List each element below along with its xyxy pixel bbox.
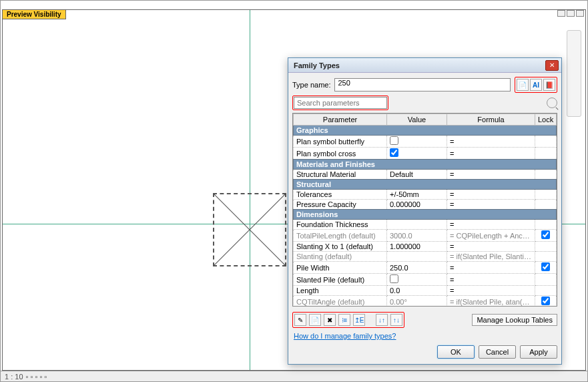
panel-controls (557, 10, 584, 17)
apply-button[interactable]: Apply (520, 345, 557, 359)
section-materials-and-finishes[interactable]: Materials and Finishes (294, 160, 557, 170)
table-row[interactable]: Slanted Pile (default)= (294, 274, 557, 286)
table-row[interactable]: Plan symbol butterfly= (294, 136, 557, 148)
ok-button[interactable]: OK (437, 345, 475, 359)
help-link[interactable]: How do I manage family types? (292, 331, 557, 343)
status-icons[interactable]: ▫ ▫ ▫ ▫ ▫ (26, 373, 47, 381)
section-structural[interactable]: Structural (294, 180, 557, 190)
navigation-bar[interactable] (567, 30, 581, 117)
type-buttons-group: 📄 AI 📕 (515, 77, 557, 93)
new-type-icon[interactable]: 📄 (517, 79, 529, 91)
move-up-icon[interactable]: ↥E (353, 314, 365, 326)
parameter-toolbar: ✎ 📄 ✖ ⁝≡ ↥E ↓↑ ↑↓ (292, 312, 404, 328)
table-row[interactable]: Foundation Thickness= (294, 220, 557, 230)
table-row[interactable]: Tolerances+/-50mm= (294, 190, 557, 200)
panel-min-icon[interactable] (557, 10, 565, 17)
panel-max-icon[interactable] (567, 10, 575, 17)
type-name-label: Type name: (292, 81, 330, 89)
rename-type-icon[interactable]: AI (530, 79, 542, 91)
col-value[interactable]: Value (387, 114, 447, 126)
search-icon[interactable] (547, 98, 557, 108)
type-name-dropdown[interactable]: 250 (334, 78, 511, 91)
family-types-dialog: Family Types ✕ Type name: 250 📄 AI 📕 Par… (288, 57, 562, 365)
table-row[interactable]: Pressure Capacity0.000000= (294, 200, 557, 210)
table-row[interactable]: Structural MaterialDefault= (294, 170, 557, 180)
sort-desc-icon[interactable]: ↑↓ (390, 314, 402, 326)
delete-type-icon[interactable]: 📕 (543, 79, 555, 91)
close-icon[interactable]: ✕ (545, 60, 559, 71)
delete-param-icon[interactable]: ✖ (324, 314, 336, 326)
manage-lookup-button[interactable]: Manage Lookup Tables (472, 314, 557, 326)
col-lock[interactable]: Lock (535, 114, 557, 126)
table-row[interactable]: Length0.0= (294, 286, 557, 296)
edit-icon[interactable]: ✎ (294, 314, 306, 326)
preview-visibility-tab[interactable]: Preview Visibility (2, 9, 66, 19)
search-input[interactable] (294, 97, 387, 109)
cancel-button[interactable]: Cancel (479, 345, 516, 359)
dialog-titlebar[interactable]: Family Types ✕ (288, 58, 561, 73)
sort-asc-icon[interactable]: ↓↑ (376, 314, 388, 326)
new-param-icon[interactable]: 📄 (309, 314, 321, 326)
table-row[interactable]: CQTiltAngle (default)0.00°= if(Slanted P… (294, 296, 557, 307)
col-parameter[interactable]: Parameter (294, 114, 387, 126)
view-scale[interactable]: 1 : 10 (5, 373, 23, 381)
col-formula[interactable]: Formula (447, 114, 535, 126)
table-row[interactable]: Slanting X to 1 (default)1.000000= (294, 242, 557, 252)
section-graphics[interactable]: Graphics (294, 126, 557, 136)
parameters-grid[interactable]: Parameter Value Formula Lock GraphicsPla… (292, 113, 557, 307)
table-row[interactable]: Slanting (default)= if(Slanted Pile, Sla… (294, 252, 557, 262)
status-bar: 1 : 10 ▫ ▫ ▫ ▫ ▫ (1, 371, 587, 381)
table-row[interactable]: Pile Width250.0= (294, 262, 557, 274)
dialog-title: Family Types (291, 61, 545, 69)
section-dimensions[interactable]: Dimensions (294, 210, 557, 220)
plan-symbol-preview (213, 193, 286, 266)
table-row[interactable]: Plan symbol cross= (294, 148, 557, 160)
panel-close-icon[interactable] (576, 10, 584, 17)
table-row[interactable]: TotalPileLength (default)3000.0= CQPileL… (294, 230, 557, 242)
modify-icon[interactable]: ⁝≡ (338, 314, 350, 326)
reference-plane-vertical (250, 10, 250, 370)
